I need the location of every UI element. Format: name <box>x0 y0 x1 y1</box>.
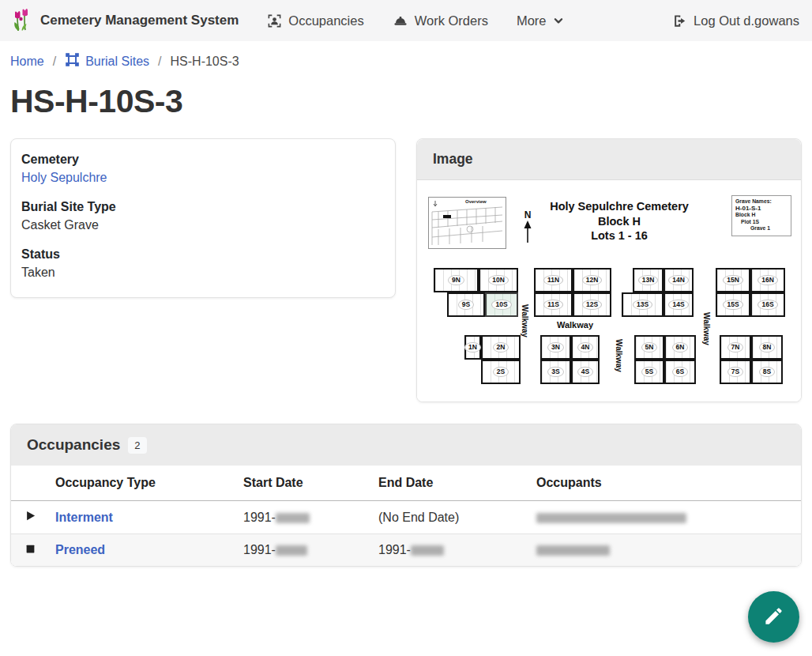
plot-cell-10s: 10S <box>485 292 518 317</box>
plot-cell-5n: 5N <box>634 335 664 360</box>
column-occupants: Occupants <box>530 466 801 501</box>
page-title: HS-H-10S-3 <box>10 83 812 120</box>
plot-cell-3s: 3S <box>540 360 571 384</box>
breadcrumb: Home / Burial Sites / HS-H-10S-3 <box>0 41 812 70</box>
occupancies-icon <box>267 13 282 28</box>
column-end-date: End Date <box>372 466 530 501</box>
breadcrumb-current: HS-H-10S-3 <box>171 55 239 69</box>
image-card-header: Image <box>417 139 801 180</box>
logout-link[interactable]: Log Out d.gowans <box>672 13 799 28</box>
cemetery-label: Cemetery <box>21 150 385 168</box>
plot-cell-16s: 16S <box>750 292 785 317</box>
redacted-text <box>536 513 686 523</box>
walkway-label: Walkway <box>521 304 529 337</box>
hard-hat-icon <box>393 13 408 28</box>
plot-cell-12s: 12S <box>573 292 611 317</box>
nav-label-occupancies: Occupancies <box>288 13 363 28</box>
legend-line: H-01-S-1 <box>735 205 788 213</box>
plot-cell-10n: 10N <box>479 268 518 292</box>
occupancy-row-interment: Interment 1991- (No End Date) <box>11 501 801 534</box>
plot-cell-8s: 8S <box>751 360 783 384</box>
plot-cell-14n: 14N <box>664 268 694 292</box>
stop-icon <box>25 543 36 556</box>
legend-line: Grave 1 <box>735 225 788 232</box>
field-status: Status Taken <box>21 245 385 282</box>
table-header-row: Occupancy Type Start Date End Date Occup… <box>11 466 801 501</box>
plot-cell-2n: 2N <box>481 335 521 360</box>
grave-names-legend: Grave Names: H-01-S-1 Block H Plot 1S Gr… <box>731 195 791 236</box>
walkway-label: Walkway <box>557 320 593 330</box>
plot-cell-14s: 14S <box>664 292 694 317</box>
plot-cell-11n: 11N <box>534 268 573 292</box>
occupancies-table: Occupancy Type Start Date End Date Occup… <box>11 466 801 566</box>
occupancies-title: Occupancies <box>27 436 120 454</box>
plot-cell-9s: 9S <box>447 292 485 317</box>
nav-item-more[interactable]: More <box>517 13 564 28</box>
nav-item-occupancies[interactable]: Occupancies <box>267 13 363 28</box>
start-date-value: 1991- <box>243 543 276 556</box>
plot-cell-4n: 4N <box>571 335 600 360</box>
plot-cell-16n: 16N <box>750 268 785 292</box>
legend-line: Block H <box>735 212 788 219</box>
image-card: Image Overview <box>416 138 802 402</box>
field-cemetery: Cemetery Holy Sepulchre <box>21 150 385 187</box>
occupancies-count-badge: 2 <box>128 437 146 454</box>
plot-cell-7s: 7S <box>720 360 751 384</box>
burial-site-icon <box>65 52 80 70</box>
walkway-label: Walkway <box>615 339 623 372</box>
map-title-line1: Holy Sepulchre Cemetery <box>517 199 722 214</box>
cards-row: Cemetery Holy Sepulchre Burial Site Type… <box>10 138 802 402</box>
plot-cell-8n: 8N <box>751 335 783 360</box>
chevron-down-icon <box>553 15 564 26</box>
burial-site-details-card: Cemetery Holy Sepulchre Burial Site Type… <box>10 138 396 298</box>
nav-label-work-orders: Work Orders <box>415 13 488 28</box>
field-burial-site-type: Burial Site Type Casket Grave <box>21 198 385 235</box>
legend-line: Plot 1S <box>735 219 788 226</box>
occupancies-section: Occupancies 2 Occupancy Type Start Date … <box>10 424 802 567</box>
burial-site-type-value: Casket Grave <box>21 216 385 235</box>
plot-cell-12n: 12N <box>573 268 611 292</box>
redacted-text <box>536 545 610 556</box>
end-date-value: (No End Date) <box>378 511 459 524</box>
breadcrumb-separator: / <box>53 55 56 69</box>
occupancies-header: Occupancies 2 <box>11 424 801 466</box>
status-icon-column <box>11 466 49 501</box>
preneed-link[interactable]: Preneed <box>55 543 105 556</box>
start-date-value: 1991- <box>243 511 276 524</box>
breadcrumb-burial-sites-label: Burial Sites <box>85 55 149 69</box>
nav-label-more: More <box>517 13 547 28</box>
cemetery-link[interactable]: Holy Sepulchre <box>21 171 107 184</box>
plot-cell-15n: 15N <box>716 268 750 292</box>
breadcrumb-home-link[interactable]: Home <box>10 55 44 69</box>
image-card-body: Overview N <box>417 180 801 402</box>
nav-item-work-orders[interactable]: Work Orders <box>393 13 488 28</box>
nav-right: Log Out d.gowans <box>672 13 799 28</box>
plot-cell-2s: 2S <box>481 360 521 384</box>
plot-cell-15s: 15S <box>716 292 750 317</box>
burial-site-type-label: Burial Site Type <box>21 198 385 216</box>
map-title: Holy Sepulchre Cemetery Block H Lots 1 -… <box>517 199 722 243</box>
end-date-value: 1991- <box>378 543 411 556</box>
play-icon <box>24 511 36 524</box>
main-nav: Occupancies Work Orders More <box>267 13 563 28</box>
map-title-line2: Block H <box>517 214 722 229</box>
plot-cell-9n: 9N <box>434 268 479 292</box>
breadcrumb-separator: / <box>158 55 161 69</box>
walkway-label: Walkway <box>702 312 711 345</box>
occupancy-row-preneed: Preneed 1991- 1991- <box>11 534 801 567</box>
breadcrumb-burial-sites-link[interactable]: Burial Sites <box>65 52 149 70</box>
brand-home-link[interactable]: Cemetery Management System <box>13 6 239 35</box>
plot-cell-1n: 1N <box>464 335 481 360</box>
redacted-text <box>411 545 444 556</box>
interment-link[interactable]: Interment <box>55 511 113 524</box>
plot-cell-13n: 13N <box>633 268 664 292</box>
overview-label: Overview <box>465 199 487 204</box>
status-value: Taken <box>21 263 385 282</box>
pencil-icon <box>763 605 784 629</box>
plot-cell-6s: 6S <box>664 360 696 384</box>
edit-fab-button[interactable] <box>748 591 799 643</box>
tulip-logo-icon <box>13 6 33 35</box>
plot-cell-4s: 4S <box>571 360 600 384</box>
map-title-line3: Lots 1 - 16 <box>517 228 722 243</box>
column-occupancy-type: Occupancy Type <box>49 466 237 501</box>
